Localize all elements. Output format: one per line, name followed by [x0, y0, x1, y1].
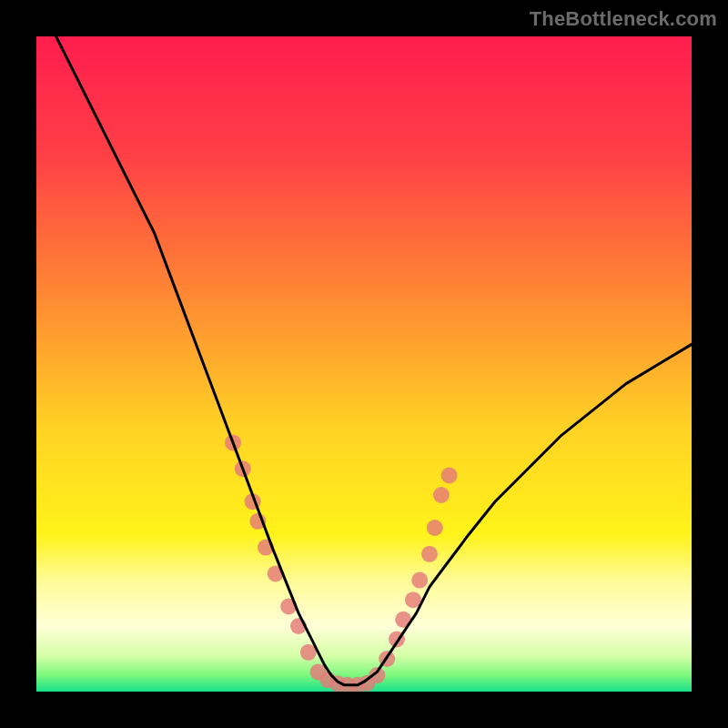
bottleneck-curve: [56, 36, 692, 685]
highlight-dots-group: [225, 434, 458, 692]
watermark-text: TheBottleneck.com: [530, 7, 717, 31]
highlight-dot: [433, 487, 450, 503]
highlight-dot: [421, 546, 438, 562]
highlight-dot: [427, 520, 443, 536]
highlight-dot: [411, 572, 428, 589]
plot-area: [36, 36, 692, 692]
highlight-dot: [441, 467, 458, 483]
chart-frame: TheBottleneck.com: [0, 0, 728, 728]
chart-svg: [36, 36, 692, 692]
